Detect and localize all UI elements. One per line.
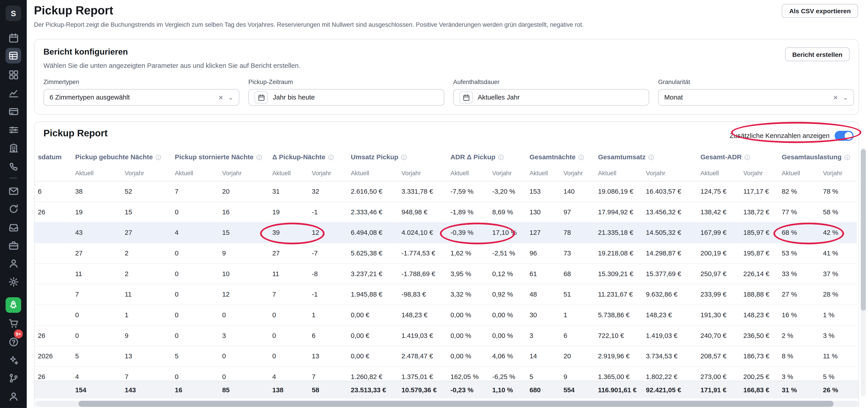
payments-card-icon[interactable] (7, 105, 20, 118)
room-types-select[interactable]: 6 Zimmertypen ausgewählt × ⌄ (43, 89, 239, 105)
table-row[interactable]: 2720927-75.625,38 €-1.774,53 €1,62 %-2,5… (35, 243, 857, 263)
info-icon[interactable]: ⓘ (156, 154, 161, 160)
info-icon[interactable]: ⓘ (648, 154, 654, 160)
property-building-icon[interactable] (7, 142, 20, 154)
table-row[interactable]: 6385272031322.616,50 €3.331,78 €-7,59 %-… (35, 181, 857, 201)
clear-icon[interactable]: × (833, 93, 838, 101)
briefcase-icon[interactable] (7, 239, 20, 252)
gear-icon[interactable] (7, 276, 20, 288)
cell-previous: 42 % (820, 222, 857, 243)
cell-previous: 9 (219, 243, 269, 263)
cell-current: 11 (269, 263, 309, 284)
cell-previous: 97 (560, 201, 595, 222)
cart-badge: 9+ (14, 329, 23, 339)
stay-duration-input[interactable]: Aktuelles Jahr (453, 89, 649, 105)
total-cell: -0,23 % (447, 381, 489, 399)
cell-previous: 1.419,03 € (398, 325, 447, 346)
info-icon[interactable]: ⓘ (401, 154, 407, 160)
cell-current: 17.994,92 € (595, 201, 643, 222)
app-logo[interactable]: S (6, 6, 21, 21)
info-icon[interactable]: ⓘ (256, 154, 262, 160)
profile-icon[interactable] (7, 390, 20, 403)
date-cell (35, 222, 72, 243)
table-row[interactable]: 2026513500130,00 €2.478,47 €0,00 %4,06 %… (35, 346, 857, 366)
table-row[interactable]: 0100010,00 €148,23 €0,00 %0,00 %3015.738… (35, 305, 857, 325)
info-icon[interactable]: ⓘ (744, 154, 750, 160)
config-subtitle: Wählen Sie die unten angezeigten Paramet… (43, 62, 301, 70)
phone-icon[interactable] (7, 160, 20, 172)
mail-icon[interactable] (7, 185, 20, 197)
info-icon[interactable]: ⓘ (578, 154, 584, 160)
column-group-label: Gesamtnächte (529, 153, 576, 161)
cell-previous: -8 (308, 263, 347, 284)
cell-previous: 3.734,53 € (643, 346, 697, 366)
analytics-chart-icon[interactable] (7, 87, 20, 99)
pickup-period-value: Jahr bis heute (273, 93, 315, 101)
cell-previous: 236,50 € (740, 325, 778, 346)
guests-user-icon[interactable] (7, 257, 20, 270)
pickup-period-label: Pickup-Zeitraum (248, 79, 444, 85)
horizontal-scrollbar[interactable] (35, 401, 859, 407)
cell-previous: 10 (219, 263, 269, 284)
cell-current: 0 (269, 305, 309, 325)
cell-previous: 3 % (820, 325, 857, 346)
modules-grid-icon[interactable] (7, 68, 20, 81)
cell-current: 53 % (778, 243, 819, 263)
export-csv-button[interactable]: Als CSV exportieren (782, 4, 858, 18)
pickup-period-input[interactable]: Jahr bis heute (248, 89, 444, 105)
total-cell: 680 (526, 381, 560, 399)
reports-table-icon[interactable] (6, 48, 21, 63)
totals-row: 15414316851385823.513,33 €10.579,36 €-0,… (35, 381, 857, 399)
cell-previous: -1 (308, 284, 347, 305)
cell-previous: -3,20 % (489, 181, 526, 201)
sparkles-icon[interactable] (7, 354, 20, 367)
calendar-icon[interactable] (7, 32, 20, 44)
table-row[interactable]: 11201011-83.237,21 €-1.788,69 €3,95 %0,1… (35, 263, 857, 284)
subheader-previous: Vorjahr (820, 165, 857, 181)
cell-previous: 2 (121, 243, 172, 263)
cell-previous: 4,06 % (489, 346, 526, 366)
branch-icon[interactable] (7, 372, 20, 384)
horizontal-scrollbar-thumb[interactable] (79, 401, 833, 407)
cell-previous: 68 (560, 263, 595, 284)
subheader-previous: Vorjahr (308, 165, 347, 181)
subheader-previous: Vorjahr (643, 165, 697, 181)
cart-icon[interactable] (7, 317, 20, 329)
extra-metrics-toggle[interactable] (835, 131, 854, 141)
cell-current: 0 (269, 346, 309, 366)
info-icon[interactable]: ⓘ (498, 154, 504, 160)
table-row[interactable]: 26191501619-12.333,46 €948,98 €-1,89 %8,… (35, 201, 857, 222)
total-cell: 92.421,05 € (643, 381, 697, 399)
info-icon[interactable]: ⓘ (328, 154, 334, 160)
cell-current: 11.231,67 € (595, 284, 643, 305)
vertical-scrollbar-thumb[interactable] (861, 149, 866, 311)
vertical-scrollbar[interactable] (861, 148, 866, 396)
toggle-label: Zusätzliche Kennzahlen anzeigen (730, 132, 830, 140)
table-row[interactable]: 432741539126.494,08 €4.024,10 €-0,39 %17… (35, 222, 857, 243)
cell-previous: 15.377,69 € (643, 263, 697, 284)
sub-header-row: AktuellVorjahrAktuellVorjahrAktuellVorja… (35, 165, 857, 181)
config-card: Bericht konfigurieren Bericht erstellen … (34, 39, 859, 115)
rocket-icon[interactable] (6, 297, 21, 313)
cell-current: 6.494,08 € (347, 222, 398, 243)
column-group-header: Gesamtumsatzⓘ (595, 149, 697, 165)
cell-current: 5 (72, 346, 121, 366)
cell-current: 124,75 € (697, 181, 740, 201)
create-report-button[interactable]: Bericht erstellen (785, 48, 850, 61)
granularity-select[interactable]: Monat × ⌄ (658, 89, 854, 105)
subheader-current: Aktuell (778, 165, 819, 181)
inbox-icon[interactable] (7, 221, 20, 233)
table-row[interactable]: 260903060,00 €1.419,03 €0,00 %0,00 %3672… (35, 325, 857, 346)
cell-previous: 0,12 % (489, 263, 526, 284)
table-row[interactable]: 7110127-11.945,88 €-98,83 €3,32 %0,92 %4… (35, 284, 857, 305)
sync-refresh-icon[interactable] (7, 202, 20, 215)
clear-icon[interactable]: × (219, 93, 223, 101)
totals-date-cell (35, 381, 72, 399)
cell-current: 7 (72, 284, 121, 305)
cell-previous: 0,92 % (489, 284, 526, 305)
info-icon[interactable]: ⓘ (844, 154, 850, 160)
cell-current: 0 (172, 263, 219, 284)
sliders-icon[interactable] (7, 124, 20, 136)
cell-current: 3,95 % (447, 263, 489, 284)
cell-previous: 1 (121, 305, 172, 325)
